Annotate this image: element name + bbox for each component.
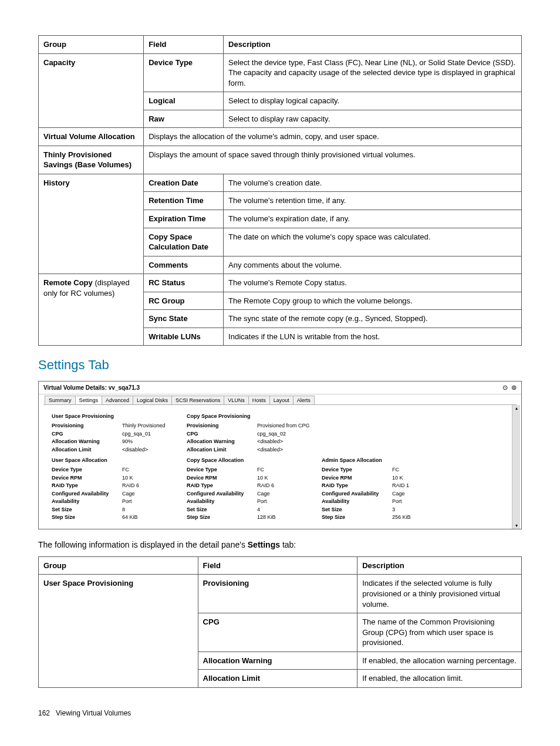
- tab-hosts[interactable]: Hosts: [248, 396, 270, 404]
- desc-cell: Displays the allocation of the volume's …: [144, 128, 522, 146]
- kv-value: FC: [122, 466, 129, 474]
- kv-value: Provisioned from CPG: [257, 422, 310, 430]
- kv-key: Allocation Warning: [52, 438, 122, 446]
- intro-text: The following information is displayed i…: [38, 540, 522, 549]
- kv-value: Port: [392, 498, 402, 506]
- kv-row: Device TypeFC: [187, 466, 304, 474]
- col-description: Description: [224, 36, 522, 54]
- kv-value: Port: [257, 498, 267, 506]
- kv-value: 10 K: [392, 474, 403, 482]
- kv-row: Device TypeFC: [52, 466, 169, 474]
- table-summary-fields: Group Field Description Capacity Device …: [38, 35, 522, 346]
- allocation-row: User Space Allocation Device TypeFCDevic…: [52, 454, 508, 522]
- group-cell: Remote Copy (displayed only for RC volum…: [39, 274, 144, 346]
- panel-tabs: Summary Settings Advanced Logical Disks …: [39, 394, 521, 404]
- table-row: Capacity Device Type Select the device t…: [39, 53, 522, 92]
- kv-key: Allocation Warning: [187, 438, 257, 446]
- scrollbar[interactable]: ▴ ▾: [512, 405, 520, 529]
- kv-value: cpg_sqa_01: [122, 430, 151, 438]
- tab-settings[interactable]: Settings: [75, 396, 103, 404]
- tab-advanced[interactable]: Advanced: [102, 396, 133, 404]
- desc-cell: Any comments about the volume.: [224, 256, 522, 274]
- kv-key: CPG: [187, 430, 257, 438]
- kv-key: RAID Type: [322, 482, 392, 490]
- kv-value: Cage: [122, 490, 135, 498]
- kv-value: RAID 6: [122, 482, 139, 490]
- kv-value: 10 K: [257, 474, 268, 482]
- kv-key: Set Size: [187, 506, 257, 514]
- block-title: User Space Allocation: [52, 457, 169, 463]
- table-row: Thinly Provisioned Savings (Base Volumes…: [39, 146, 522, 174]
- desc-cell: Indicates if the LUN is writable from th…: [224, 328, 522, 346]
- table-row: User Space Provisioning Provisioning Ind…: [39, 575, 522, 613]
- kv-key: Provisioning: [187, 422, 257, 430]
- desc-cell: Indicates if the selected volume is full…: [357, 575, 522, 613]
- panel-body: User Space Provisioning ProvisioningThin…: [43, 404, 517, 529]
- tab-vluns[interactable]: VLUNs: [224, 396, 249, 404]
- kv-value: Cage: [392, 490, 405, 498]
- kv-row: Set Size3: [322, 506, 439, 514]
- kv-key: Device Type: [52, 466, 122, 474]
- kv-value: <disabled>: [257, 438, 283, 446]
- kv-value: 90%: [122, 438, 133, 446]
- kv-value: 10 K: [122, 474, 133, 482]
- kv-value: FC: [392, 466, 399, 474]
- kv-value: cpg_sqa_02: [257, 430, 286, 438]
- kv-key: Configured Availability: [187, 490, 257, 498]
- kv-row: Step Size256 KiB: [322, 514, 439, 522]
- kv-value: FC: [257, 466, 264, 474]
- provisioning-row: User Space Provisioning ProvisioningThin…: [52, 410, 508, 454]
- tab-scsi-reservations[interactable]: SCSI Reservations: [171, 396, 224, 404]
- group-cell: History: [39, 174, 144, 274]
- kv-value: Port: [122, 498, 132, 506]
- kv-row: AvailabilityPort: [187, 498, 304, 506]
- desc-cell: Select to display raw capacity.: [224, 110, 522, 128]
- kv-value: <disabled>: [257, 446, 283, 454]
- col-field: Field: [198, 556, 357, 575]
- field-cell: Comments: [144, 256, 224, 274]
- tab-summary[interactable]: Summary: [45, 396, 76, 404]
- kv-key: Device RPM: [322, 474, 392, 482]
- kv-value: 256 KiB: [392, 514, 411, 522]
- block-title: Copy Space Provisioning: [187, 413, 310, 419]
- kv-value: 3: [392, 506, 395, 514]
- kv-key: Device Type: [322, 466, 392, 474]
- copy-space-provisioning: Copy Space Provisioning ProvisioningProv…: [187, 410, 310, 454]
- collapse-up-icon[interactable]: ⊙: [502, 384, 508, 391]
- field-cell: RC Group: [144, 292, 224, 310]
- desc-cell: The volume's Remote Copy status.: [224, 274, 522, 292]
- kv-value: 128 KiB: [257, 514, 276, 522]
- kv-key: Provisioning: [52, 422, 122, 430]
- kv-value: 4: [257, 506, 260, 514]
- table-header-row: Group Field Description: [39, 36, 522, 54]
- kv-row: Configured AvailabilityCage: [322, 490, 439, 498]
- kv-value: RAID 1: [392, 482, 409, 490]
- scroll-down-icon[interactable]: ▾: [515, 523, 518, 528]
- block-title: User Space Provisioning: [52, 413, 169, 419]
- group-cell: Capacity: [39, 53, 144, 128]
- field-cell: Allocation Warning: [198, 652, 357, 670]
- kv-key: Device RPM: [187, 474, 257, 482]
- kv-key: Device RPM: [52, 474, 122, 482]
- col-group: Group: [39, 36, 144, 54]
- kv-key: Configured Availability: [52, 490, 122, 498]
- desc-cell: Select to display logical capacity.: [224, 92, 522, 110]
- kv-row: ProvisioningThinly Provisioned: [52, 422, 169, 430]
- collapse-down-icon[interactable]: ⊚: [511, 384, 517, 391]
- admin-space-allocation: Admin Space Allocation Device TypeFCDevi…: [322, 454, 439, 522]
- tab-layout[interactable]: Layout: [269, 396, 294, 404]
- scroll-up-icon[interactable]: ▴: [515, 406, 518, 411]
- kv-value: 64 KiB: [122, 514, 138, 522]
- kv-key: Step Size: [187, 514, 257, 522]
- group-cell: Virtual Volume Allocation: [39, 128, 144, 146]
- kv-row: CPGcpg_sqa_01: [52, 430, 169, 438]
- field-cell: Provisioning: [198, 575, 357, 613]
- tab-logical-disks[interactable]: Logical Disks: [133, 396, 172, 404]
- kv-row: Set Size4: [187, 506, 304, 514]
- tab-alerts[interactable]: Alerts: [293, 396, 315, 404]
- table-row: Virtual Volume Allocation Displays the a…: [39, 128, 522, 146]
- kv-value: RAID 6: [257, 482, 274, 490]
- kv-row: ProvisioningProvisioned from CPG: [187, 422, 310, 430]
- kv-key: Set Size: [52, 506, 122, 514]
- field-cell: Sync State: [144, 310, 224, 328]
